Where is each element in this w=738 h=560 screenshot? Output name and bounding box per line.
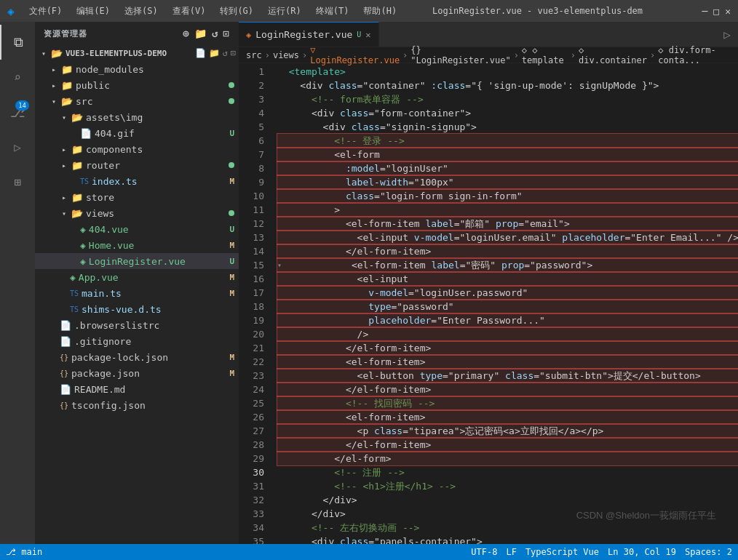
folder-icon: 📁 [61,64,73,75]
code-line-13[interactable]: <el-input v-model="loginUser.email" plac… [277,231,738,244]
code-line-31[interactable]: <!-- <h1>注册</h1> --> [277,479,738,493]
code-line-16[interactable]: <el-input [277,272,738,286]
line-ending[interactable]: LF [506,547,516,557]
tree-item-gitignore[interactable]: 📄.gitignore [35,333,239,349]
tree-item-package[interactable]: {}package.jsonM [35,365,239,381]
git-branch[interactable]: ⎇ main [6,547,42,557]
code-line-27[interactable]: <p class="tiparea">忘记密码<a>立即找回</a></p> [277,424,738,438]
code-line-14[interactable]: </el-form-item> [277,244,738,258]
minimize-button[interactable]: ─ [702,6,708,17]
code-line-21[interactable]: </el-form-item> [277,341,738,355]
code-line-35[interactable]: <div class="panels-container"> [277,535,738,544]
code-line-10[interactable]: class="login-form sign-in-form" [277,189,738,203]
cursor-position[interactable]: Ln 30, Col 19 [608,547,676,557]
menu-item-v[interactable]: 查看(V) [167,4,212,19]
tree-item-label-shimsvue: shims-vue.d.ts [82,304,239,315]
menu-item-g[interactable]: 转到(G) [214,4,259,19]
code-line-3[interactable]: <!-- form表单容器 --> [277,92,738,106]
code-line-20[interactable]: /> [277,327,738,341]
code-line-19[interactable]: placeholder="Enter Password..." [277,313,738,327]
debug-icon[interactable]: ▷ [0,129,35,164]
menu-item-t[interactable]: 终端(T) [310,4,355,19]
code-line-5[interactable]: <div class="signin-signup"> [277,120,738,134]
tree-item-router[interactable]: ▸📁router [35,157,239,173]
tree-item-package-lock[interactable]: {}package-lock.jsonM [35,349,239,365]
tree-item-public[interactable]: ▸📁public [35,77,239,93]
line-number-3: 3 [239,92,264,106]
run-button[interactable]: ▷ [716,22,738,47]
tree-item-assets[interactable]: ▾📂assets\img [35,109,239,125]
code-line-30[interactable]: <!-- 注册 --> [277,465,738,479]
code-line-15[interactable]: ▾ <el-form-item label="密码" prop="passwor… [277,258,738,272]
tab-bar: ◈ LoginRegister.vue U ✕ ▷ [239,22,738,47]
tree-item-readme[interactable]: 📄README.md [35,381,239,397]
menu-item-h[interactable]: 帮助(H) [357,4,402,19]
file-icon: TS [70,305,79,313]
tree-item-browserslistrc[interactable]: 📄.browserslistrc [35,317,239,333]
root-icons: 📄📁↺⊡ [195,48,236,58]
code-line-8[interactable]: :model="loginUser" [277,161,738,175]
tree-item-maints[interactable]: TSmain.tsM [35,285,239,301]
tree-item-homevue[interactable]: ◈Home.vueM [35,237,239,253]
maximize-button[interactable]: □ [713,6,719,17]
tree-item-loginvue[interactable]: ◈LoginRegister.vueU [35,253,239,269]
collapse-icon[interactable]: ⊡ [223,28,230,39]
code-line-2[interactable]: <div class="container" :class="{ 'sign-u… [277,79,738,92]
code-line-18[interactable]: type="password" [277,300,738,313]
badge-m: M [229,369,234,378]
encoding[interactable]: UTF-8 [471,547,497,557]
tree-item-index-ts[interactable]: TSindex.tsM [35,173,239,189]
line-number-16: 16 [239,272,264,286]
indentation[interactable]: Spaces: 2 [685,547,732,557]
code-line-7[interactable]: <el-form [277,148,738,161]
new-folder-icon[interactable]: 📁 [194,28,207,39]
code-line-25[interactable]: <!-- 找回密码 --> [277,396,738,410]
tree-item-shimsvue[interactable]: TSshims-vue.d.ts [35,301,239,317]
code-line-6[interactable]: <!-- 登录 --> [277,134,738,148]
search-icon[interactable]: ⌕ [0,60,35,95]
code-content[interactable]: <template> <div class="container" :class… [271,63,738,544]
code-editor[interactable]: 1234567891011121314151617181920212223242… [239,63,738,544]
code-line-28[interactable]: </el-form-item> [277,438,738,452]
menu-item-r[interactable]: 运行(R) [262,4,307,19]
tree-item-404vue[interactable]: ◈404.vueU [35,221,239,237]
folder-icon: 📂 [71,112,83,123]
refresh-icon[interactable]: ↺ [212,28,219,39]
tree-item-vue3-root[interactable]: ▾📂VUE3-ELEMENTPLUS-DEMO📄📁↺⊡ [35,45,239,61]
code-line-34[interactable]: <!-- 左右切换动画 --> [277,521,738,535]
menu-item-e[interactable]: 编辑(E) [71,4,116,19]
tree-item-node-modules[interactable]: ▸📁node_modules [35,61,239,77]
code-line-1[interactable]: <template> [277,65,738,79]
tree-item-tsconfig[interactable]: {}tsconfig.json [35,397,239,413]
code-line-4[interactable]: <div class="form-container"> [277,106,738,120]
code-line-26[interactable]: <el-form-item> [277,410,738,424]
new-file-icon[interactable]: ⊕ [183,28,190,39]
tree-item-views[interactable]: ▾📂views [35,205,239,221]
code-line-29[interactable]: </el-form> [277,452,738,465]
code-line-22[interactable]: <el-form-item> [277,355,738,369]
code-line-24[interactable]: </el-form-item> [277,383,738,396]
explorer-icon[interactable]: ⧉ [0,25,35,60]
code-line-9[interactable]: label-width="100px" [277,175,738,189]
tree-item-label-public: public [76,80,229,91]
code-line-17[interactable]: v-model="loginUser.password" [277,286,738,300]
code-line-12[interactable]: <el-form-item label="邮箱" prop="email"> [277,217,738,231]
code-line-11[interactable]: > [277,203,738,217]
extensions-icon[interactable]: ⊞ [0,164,35,199]
menu-item-f[interactable]: 文件(F) [23,4,68,19]
fold-arrow[interactable]: ▾ [277,258,282,272]
editor-tab-login[interactable]: ◈ LoginRegister.vue U ✕ [239,22,379,47]
code-line-32[interactable]: </div> [277,493,738,507]
close-button[interactable]: ✕ [725,6,731,17]
tree-item-404gif[interactable]: 📄404.gifU [35,125,239,141]
menu-item-s[interactable]: 选择(S) [119,4,164,19]
tree-item-src[interactable]: ▾📂src [35,93,239,109]
git-icon[interactable]: ⎇ 14 [0,95,35,129]
tree-item-appvue[interactable]: ◈App.vueM [35,269,239,285]
code-line-23[interactable]: <el-button type="primary" class="submit-… [277,369,738,383]
code-line-33[interactable]: </div> [277,507,738,521]
tree-item-components[interactable]: ▸📁components [35,141,239,157]
tree-item-store[interactable]: ▸📁store [35,189,239,205]
language-mode[interactable]: TypeScript Vue [525,547,599,557]
tab-close-button[interactable]: ✕ [365,30,370,40]
